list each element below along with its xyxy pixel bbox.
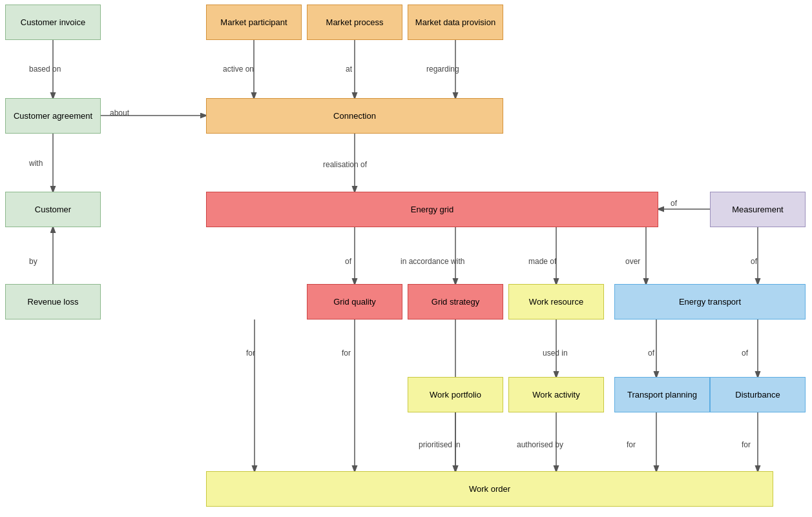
node-customer-agreement: Customer agreement <box>5 98 101 134</box>
node-revenue-loss: Revenue loss <box>5 284 101 319</box>
diagram: Customer invoice Customer agreement Cust… <box>0 0 812 517</box>
node-grid-quality: Grid quality <box>307 284 402 319</box>
node-market-participant: Market participant <box>206 5 302 40</box>
label-made-of: made of <box>528 257 556 266</box>
node-work-resource: Work resource <box>508 284 604 319</box>
label-of-dis: of <box>742 349 748 358</box>
node-disturbance: Disturbance <box>710 377 806 412</box>
node-transport-planning: Transport planning <box>614 377 710 412</box>
label-based-on: based on <box>29 65 61 74</box>
label-for-dis2: for <box>742 440 751 449</box>
label-with: with <box>29 159 43 168</box>
node-market-process: Market process <box>307 5 402 40</box>
label-active-on: active on <box>223 65 254 74</box>
label-used-in: used in <box>543 349 568 358</box>
node-work-activity: Work activity <box>508 377 604 412</box>
node-market-data: Market data provision <box>408 5 503 40</box>
node-grid-strategy: Grid strategy <box>408 284 503 319</box>
label-at: at <box>346 65 352 74</box>
label-of-meas: of <box>671 199 677 208</box>
node-work-portfolio: Work portfolio <box>408 377 503 412</box>
node-work-order: Work order <box>206 471 773 507</box>
label-for-gq2: for <box>342 349 351 358</box>
label-authorised-by: authorised by <box>517 440 563 449</box>
node-energy-grid: Energy grid <box>206 192 658 227</box>
label-in-acc: in accordance with <box>401 257 464 266</box>
label-prioritised-in: prioritised in <box>419 440 461 449</box>
label-regarding: regarding <box>426 65 459 74</box>
label-about: about <box>110 108 129 117</box>
label-realisation-of: realisation of <box>323 160 367 169</box>
label-for-tp2: for <box>627 440 636 449</box>
label-over: over <box>625 257 640 266</box>
node-customer: Customer <box>5 192 101 227</box>
node-energy-transport: Energy transport <box>614 284 806 319</box>
label-of-grid-q: of <box>345 257 351 266</box>
label-for-gq: for <box>246 349 255 358</box>
node-measurement: Measurement <box>710 192 806 227</box>
label-of-et: of <box>751 257 757 266</box>
label-of-tp: of <box>648 349 654 358</box>
node-customer-invoice: Customer invoice <box>5 5 101 40</box>
label-by: by <box>29 257 37 266</box>
node-connection: Connection <box>206 98 503 134</box>
